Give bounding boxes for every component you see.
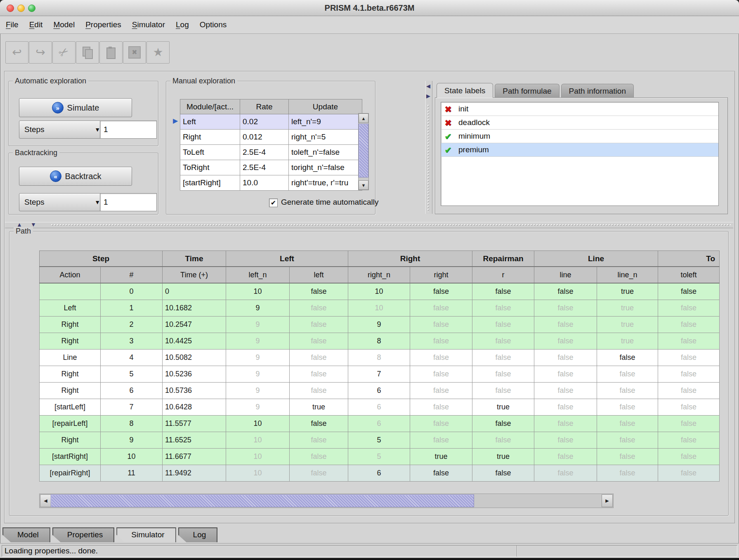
tab-log[interactable]: Log [178,527,218,542]
tab-model[interactable]: Model [2,527,50,542]
title-bar[interactable]: PRISM 4.1.beta.r6673M [0,0,739,16]
manual-row[interactable]: Left0.02left_n'=9 [180,114,362,130]
menu-file[interactable]: File [6,16,19,33]
label-item-init[interactable]: ✖init [441,102,718,116]
scroll-left-button[interactable]: ◀ [40,494,51,507]
chevron-down-icon: ▼ [94,199,100,206]
path-cell: [repairRight] [40,465,101,482]
path-col-header[interactable]: right_n [348,267,410,283]
path-group-header[interactable]: Left [226,251,348,267]
backtrack-button[interactable]: « Backtrack [19,167,132,186]
backtrack-icon: « [50,170,61,182]
path-col-header[interactable]: line_n [597,267,658,283]
path-group-header[interactable]: Repairman [472,251,534,267]
label-item-premium[interactable]: ✔premium [441,143,718,157]
path-col-header[interactable]: right [410,267,472,283]
path-col-header[interactable]: left [290,267,348,283]
manual-col-header[interactable]: Rate [240,99,289,114]
path-cell: 6 [348,399,410,416]
splitter-grip [50,223,731,227]
label-item-minimum[interactable]: ✔minimum [441,130,718,143]
manual-row[interactable]: ToRight2.5E-4toright_n'=false [180,160,362,175]
path-row[interactable]: Right610.57369false6falsefalsefalsefalse… [40,383,720,399]
path-group-header[interactable]: Line [534,251,658,267]
path-cell: false [534,300,597,317]
backtrack-steps-dropdown[interactable]: Steps ▼ [19,193,106,211]
path-row[interactable]: [repairRight]1111.949210false6falsefalse… [40,465,720,482]
menu-options[interactable]: Options [200,16,227,33]
path-row[interactable]: 0010false10falsefalsefalsetruefalse [40,283,720,300]
path-col-header[interactable]: Time (+) [163,267,226,283]
horizontal-splitter[interactable]: ▲ ▼ [5,222,733,228]
path-row[interactable]: Right911.652510false5falsefalsefalsefals… [40,432,720,449]
scroll-down-button[interactable]: ▼ [359,180,368,190]
toolbar-cut-button[interactable]: ✂ [52,41,76,64]
path-row[interactable]: Line410.50829false8falsefalsefalsefalsef… [40,350,720,366]
collapse-left-icon[interactable]: ◀ [426,83,430,89]
path-horizontal-scrollbar[interactable]: ◀ ▶ [39,494,614,508]
menu-model[interactable]: Model [53,16,75,33]
tab-simulator[interactable]: Simulator [116,527,176,542]
path-row[interactable]: [startLeft]710.64289true6falsetruefalsef… [40,399,720,416]
collapse-right-icon[interactable]: ▶ [426,93,430,99]
generate-time-label: Generate time automatically [281,198,379,207]
path-row[interactable]: Right310.44259false8falsefalsefalsetruef… [40,333,720,350]
path-cell: false [534,449,597,465]
tab-path-formulae[interactable]: Path formulae [495,84,559,98]
scrollbar-thumb[interactable] [359,124,368,177]
path-group-header[interactable]: To [658,251,720,267]
simulate-steps-input[interactable]: 1 [100,121,157,139]
simulate-steps-dropdown[interactable]: Steps ▼ [19,121,106,139]
toolbar-paste-button[interactable] [99,41,123,64]
path-row[interactable]: [startRight]1011.667710false5truetruefal… [40,449,720,465]
menu-simulator[interactable]: Simulator [132,16,165,33]
paste-icon [106,47,116,58]
path-group-header[interactable]: Right [348,251,472,267]
label-item-deadlock[interactable]: ✖deadlock [441,116,718,130]
path-group-header[interactable]: Time [163,251,226,267]
toolbar-redo-arrow-button[interactable]: ↪ [29,41,52,64]
vertical-splitter[interactable]: ◀ ▶ [425,81,432,214]
path-cell: 9 [226,300,290,317]
undo-arrow-icon: ↩ [12,47,21,58]
path-cell: 10.2547 [163,317,226,333]
path-cell: 7 [348,366,410,383]
path-row[interactable]: Right210.25479false9falsefalsefalsetruef… [40,317,720,333]
path-col-header[interactable]: # [101,267,163,283]
toolbar-delete-button[interactable]: ✖ [123,41,146,64]
path-col-header[interactable]: left_n [226,267,290,283]
manual-row[interactable]: ToLeft2.5E-4toleft_n'=false [180,145,362,160]
simulate-button[interactable]: » Simulate [19,98,132,117]
menu-log[interactable]: Log [176,16,189,33]
manual-table-scrollbar[interactable]: ▲ ▼ [358,113,369,190]
menu-edit[interactable]: Edit [29,16,43,33]
path-col-header[interactable]: Action [40,267,101,283]
scrollbar-thumb[interactable] [51,494,474,507]
toolbar-undo-arrow-button[interactable]: ↩ [5,41,28,64]
manual-row[interactable]: Right0.012right_n'=5 [180,130,362,145]
scroll-up-button[interactable]: ▲ [359,113,368,123]
path-group-header[interactable]: Step [40,251,163,267]
star-icon: ★ [153,47,163,58]
window-title: PRISM 4.1.beta.r6673M [0,0,739,16]
manual-row[interactable]: [startRight]10.0right'=true, r'=tru [180,175,362,191]
toolbar-star-button[interactable]: ★ [146,41,170,64]
manual-col-header[interactable]: Update [289,99,362,114]
tab-state-labels[interactable]: State labels [437,83,493,98]
backtrack-steps-input[interactable]: 1 [100,193,157,211]
path-row[interactable]: Right510.52369false7falsefalsefalsefalse… [40,366,720,383]
toolbar-copy-button[interactable] [76,41,99,64]
path-row[interactable]: Left110.16829false10falsefalsefalsetruef… [40,300,720,317]
manual-col-header[interactable]: Module/[act... [180,99,240,114]
tab-path-information[interactable]: Path information [561,84,634,98]
path-col-header[interactable]: r [472,267,534,283]
path-col-header[interactable]: toleft [658,267,720,283]
path-cell: 6 [348,416,410,432]
path-col-header[interactable]: line [534,267,597,283]
scroll-right-button[interactable]: ▶ [602,494,613,507]
path-cell: [startLeft] [40,399,101,416]
path-row[interactable]: [repairLeft]811.557710false6falsefalsefa… [40,416,720,432]
tab-properties[interactable]: Properties [52,527,115,542]
menu-properties[interactable]: Properties [85,16,121,33]
generate-time-checkbox[interactable]: ✔ [269,198,278,207]
